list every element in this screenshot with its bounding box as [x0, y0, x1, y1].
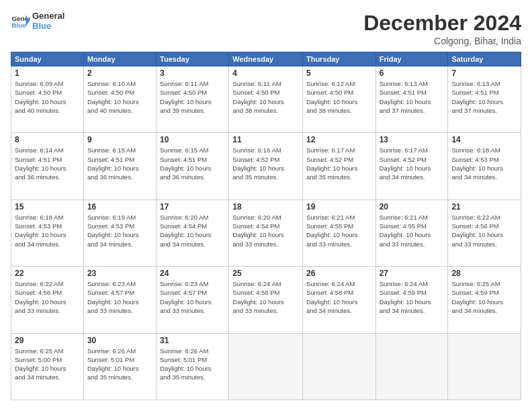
day-info: Sunrise: 6:14 AM Sunset: 4:51 PM Dayligh… [15, 146, 80, 181]
day-header-friday: Friday [375, 52, 448, 66]
day-number: 21 [451, 202, 517, 212]
day-header-thursday: Thursday [302, 52, 375, 66]
calendar-cell: 13Sunrise: 6:17 AM Sunset: 4:52 PM Dayli… [375, 133, 448, 199]
day-info: Sunrise: 6:22 AM Sunset: 4:56 PM Dayligh… [451, 213, 517, 248]
calendar-cell: 20Sunrise: 6:21 AM Sunset: 4:55 PM Dayli… [375, 199, 448, 266]
calendar-cell: 12Sunrise: 6:17 AM Sunset: 4:52 PM Dayli… [302, 133, 375, 199]
day-header-tuesday: Tuesday [157, 52, 229, 66]
week-row-3: 15Sunrise: 6:18 AM Sunset: 4:53 PM Dayli… [11, 199, 521, 266]
day-header-sunday: Sunday [11, 52, 84, 66]
day-info: Sunrise: 6:17 AM Sunset: 4:52 PM Dayligh… [306, 146, 372, 181]
day-info: Sunrise: 6:17 AM Sunset: 4:52 PM Dayligh… [380, 146, 445, 181]
day-info: Sunrise: 6:20 AM Sunset: 4:54 PM Dayligh… [160, 213, 225, 248]
header-row: SundayMondayTuesdayWednesdayThursdayFrid… [11, 52, 521, 66]
day-header-wednesday: Wednesday [229, 52, 303, 66]
month-title: December 2024 [363, 11, 521, 36]
day-number: 4 [232, 68, 299, 78]
calendar-cell: 6Sunrise: 6:13 AM Sunset: 4:51 PM Daylig… [375, 66, 448, 133]
calendar-cell: 23Sunrise: 6:23 AM Sunset: 4:57 PM Dayli… [83, 267, 156, 333]
day-info: Sunrise: 6:25 AM Sunset: 4:59 PM Dayligh… [451, 279, 517, 315]
day-number: 29 [15, 336, 80, 345]
day-number: 15 [15, 202, 80, 212]
day-info: Sunrise: 6:24 AM Sunset: 4:58 PM Dayligh… [232, 279, 299, 315]
day-number: 3 [160, 68, 225, 78]
calendar-cell: 5Sunrise: 6:12 AM Sunset: 4:50 PM Daylig… [302, 66, 375, 133]
day-info: Sunrise: 6:24 AM Sunset: 4:58 PM Dayligh… [306, 279, 372, 315]
calendar-cell: 11Sunrise: 6:16 AM Sunset: 4:52 PM Dayli… [229, 133, 303, 199]
calendar-cell: 10Sunrise: 6:15 AM Sunset: 4:51 PM Dayli… [157, 133, 229, 199]
day-number: 13 [380, 135, 445, 144]
day-number: 5 [306, 68, 372, 78]
day-info: Sunrise: 6:13 AM Sunset: 4:51 PM Dayligh… [380, 79, 445, 115]
day-header-saturday: Saturday [448, 52, 521, 66]
day-number: 28 [451, 269, 517, 278]
day-number: 25 [232, 269, 299, 278]
day-number: 14 [451, 135, 517, 144]
calendar-cell: 19Sunrise: 6:21 AM Sunset: 4:55 PM Dayli… [302, 199, 375, 266]
day-header-monday: Monday [83, 52, 156, 66]
calendar-cell: 25Sunrise: 6:24 AM Sunset: 4:58 PM Dayli… [229, 267, 303, 333]
calendar-cell: 24Sunrise: 6:23 AM Sunset: 4:57 PM Dayli… [157, 267, 229, 333]
calendar-cell: 30Sunrise: 6:26 AM Sunset: 5:01 PM Dayli… [83, 333, 156, 400]
svg-text:Blue: Blue [11, 21, 26, 29]
calendar-cell [448, 333, 521, 400]
day-info: Sunrise: 6:23 AM Sunset: 4:57 PM Dayligh… [160, 279, 225, 315]
logo: General Blue General Blue [11, 11, 64, 31]
calendar-cell: 15Sunrise: 6:18 AM Sunset: 4:53 PM Dayli… [11, 199, 84, 266]
day-number: 1 [15, 68, 80, 78]
calendar-cell [302, 333, 375, 400]
logo-blue: Blue [32, 21, 64, 31]
day-info: Sunrise: 6:18 AM Sunset: 4:53 PM Dayligh… [451, 146, 517, 181]
calendar-cell: 28Sunrise: 6:25 AM Sunset: 4:59 PM Dayli… [448, 267, 521, 333]
day-info: Sunrise: 6:15 AM Sunset: 4:51 PM Dayligh… [160, 146, 225, 181]
day-info: Sunrise: 6:22 AM Sunset: 4:56 PM Dayligh… [15, 279, 80, 315]
calendar-cell: 18Sunrise: 6:20 AM Sunset: 4:54 PM Dayli… [229, 199, 303, 266]
calendar-cell: 22Sunrise: 6:22 AM Sunset: 4:56 PM Dayli… [11, 267, 84, 333]
day-number: 18 [232, 202, 299, 212]
day-info: Sunrise: 6:11 AM Sunset: 4:50 PM Dayligh… [160, 79, 225, 115]
title-block: December 2024 Colgong, Bihar, India [363, 11, 521, 46]
calendar-table: SundayMondayTuesdayWednesdayThursdayFrid… [11, 52, 521, 400]
day-number: 6 [380, 68, 445, 78]
day-number: 19 [306, 202, 372, 212]
day-number: 11 [232, 135, 299, 144]
day-number: 26 [306, 269, 372, 278]
week-row-4: 22Sunrise: 6:22 AM Sunset: 4:56 PM Dayli… [11, 267, 521, 333]
day-info: Sunrise: 6:12 AM Sunset: 4:50 PM Dayligh… [306, 79, 372, 115]
day-number: 23 [87, 269, 152, 278]
calendar-cell: 29Sunrise: 6:25 AM Sunset: 5:00 PM Dayli… [11, 333, 84, 400]
day-info: Sunrise: 6:11 AM Sunset: 4:50 PM Dayligh… [232, 79, 299, 115]
calendar-cell: 14Sunrise: 6:18 AM Sunset: 4:53 PM Dayli… [448, 133, 521, 199]
calendar-cell [375, 333, 448, 400]
day-info: Sunrise: 6:10 AM Sunset: 4:50 PM Dayligh… [87, 79, 152, 115]
week-row-1: 1Sunrise: 6:09 AM Sunset: 4:50 PM Daylig… [11, 66, 521, 133]
logo-icon: General Blue [11, 11, 30, 30]
day-info: Sunrise: 6:16 AM Sunset: 4:52 PM Dayligh… [232, 146, 299, 181]
header: General Blue General Blue December 2024 … [11, 11, 521, 46]
day-info: Sunrise: 6:23 AM Sunset: 4:57 PM Dayligh… [87, 279, 152, 315]
day-info: Sunrise: 6:24 AM Sunset: 4:59 PM Dayligh… [380, 279, 445, 315]
day-info: Sunrise: 6:21 AM Sunset: 4:55 PM Dayligh… [306, 213, 372, 248]
day-number: 22 [15, 269, 80, 278]
calendar-cell: 17Sunrise: 6:20 AM Sunset: 4:54 PM Dayli… [157, 199, 229, 266]
calendar-cell: 16Sunrise: 6:19 AM Sunset: 4:53 PM Dayli… [83, 199, 156, 266]
logo-general: General [32, 11, 64, 21]
day-number: 17 [160, 202, 225, 212]
day-number: 24 [160, 269, 225, 278]
day-number: 12 [306, 135, 372, 144]
day-info: Sunrise: 6:19 AM Sunset: 4:53 PM Dayligh… [87, 213, 152, 248]
calendar-cell: 3Sunrise: 6:11 AM Sunset: 4:50 PM Daylig… [157, 66, 229, 133]
day-number: 10 [160, 135, 225, 144]
day-info: Sunrise: 6:09 AM Sunset: 4:50 PM Dayligh… [15, 79, 80, 115]
page: General Blue General Blue December 2024 … [0, 0, 532, 411]
day-info: Sunrise: 6:15 AM Sunset: 4:51 PM Dayligh… [87, 146, 152, 181]
calendar-cell: 27Sunrise: 6:24 AM Sunset: 4:59 PM Dayli… [375, 267, 448, 333]
day-number: 31 [160, 336, 225, 345]
location: Colgong, Bihar, India [363, 36, 521, 46]
day-number: 9 [87, 135, 152, 144]
day-number: 20 [380, 202, 445, 212]
day-info: Sunrise: 6:20 AM Sunset: 4:54 PM Dayligh… [232, 213, 299, 248]
day-info: Sunrise: 6:13 AM Sunset: 4:51 PM Dayligh… [451, 79, 517, 115]
calendar-cell: 21Sunrise: 6:22 AM Sunset: 4:56 PM Dayli… [448, 199, 521, 266]
calendar-cell: 1Sunrise: 6:09 AM Sunset: 4:50 PM Daylig… [11, 66, 84, 133]
